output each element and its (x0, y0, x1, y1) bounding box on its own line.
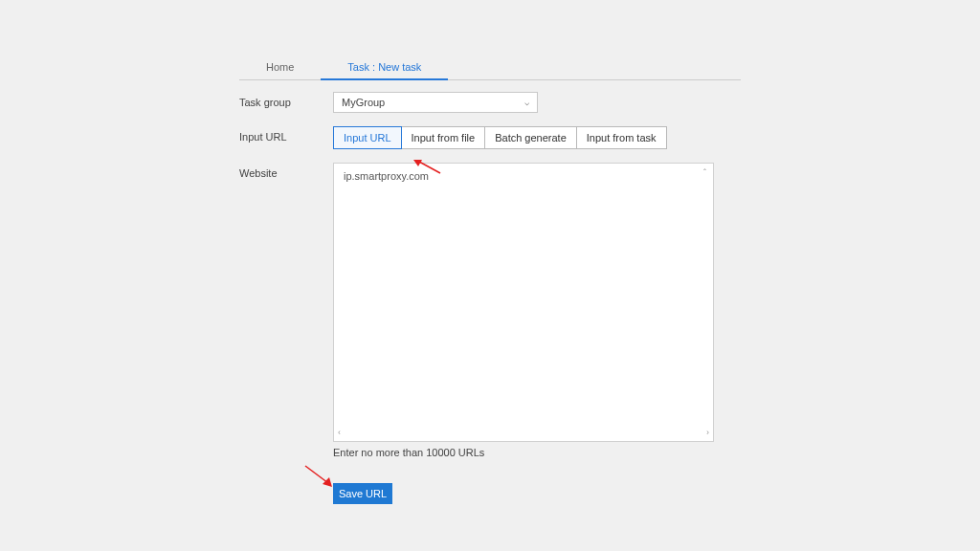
hscroll[interactable]: ‹ › (338, 428, 709, 439)
website-input[interactable] (334, 164, 713, 441)
svg-marker-3 (323, 477, 332, 487)
tab-task-new[interactable]: Task : New task (321, 55, 448, 79)
main-tabs: Home Task : New task (239, 55, 741, 80)
svg-line-2 (305, 466, 328, 483)
website-label: Website (239, 163, 333, 458)
url-hint: Enter no more than 10000 URLs (333, 447, 714, 458)
scroll-right-icon: › (706, 428, 709, 439)
website-textarea-wrap: ˆ ‹ › (333, 163, 714, 442)
mode-input-from-file[interactable]: Input from file (401, 126, 486, 149)
input-url-label: Input URL (239, 126, 333, 149)
save-url-button[interactable]: Save URL (333, 483, 392, 504)
annotation-arrow-icon (303, 464, 334, 487)
task-group-select[interactable]: MyGroup ⌵ (333, 92, 538, 113)
mode-input-from-task[interactable]: Input from task (576, 126, 667, 149)
url-mode-tabs: Input URL Input from file Batch generate… (333, 126, 667, 149)
tab-home[interactable]: Home (239, 55, 321, 79)
scroll-left-icon: ‹ (338, 428, 341, 439)
mode-input-url[interactable]: Input URL (333, 126, 402, 149)
mode-batch-generate[interactable]: Batch generate (484, 126, 577, 149)
chevron-down-icon: ⌵ (524, 98, 529, 107)
task-group-label: Task group (239, 92, 333, 113)
scroll-up-icon[interactable]: ˆ (699, 165, 711, 178)
task-group-value: MyGroup (342, 97, 385, 108)
